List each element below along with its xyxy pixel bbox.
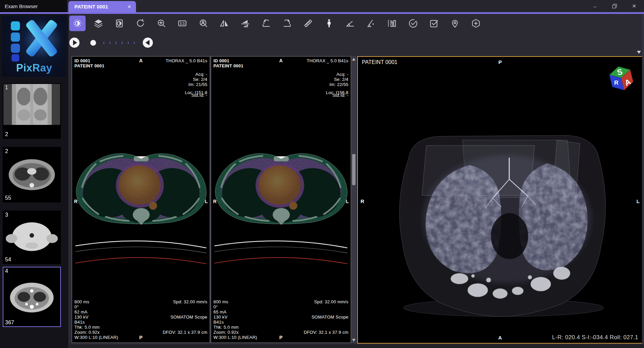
- vp2-kv: 130 kV: [213, 314, 257, 320]
- exam-browser-tab[interactable]: Exam Browser: [0, 0, 67, 12]
- vp1-orientation-bottom: P: [139, 335, 142, 340]
- tab-close-icon[interactable]: ✕: [127, 4, 131, 9]
- right-scroll-strip[interactable]: [642, 14, 644, 348]
- svg-text:1:1: 1:1: [180, 22, 185, 25]
- panel-collapse-icon[interactable]: [637, 51, 641, 54]
- thumbnail-index: 2: [5, 148, 8, 154]
- cine-playbar: [69, 34, 153, 51]
- series-thumbnail-3[interactable]: 354: [3, 211, 61, 264]
- cine-tick: [104, 42, 104, 44]
- v3-orientation-right: L: [637, 198, 640, 204]
- vp2-dfov: DFOV: 32.1 x 37.9 cm: [304, 330, 348, 335]
- series-thumbnail-2[interactable]: 255: [3, 147, 61, 202]
- tool-magnify-roi[interactable]: [195, 16, 211, 31]
- exam-browser-label: Exam Browser: [5, 3, 38, 9]
- pixray-app-window: Exam Browser PATEINT 0001 ✕ – ✕: [0, 0, 644, 348]
- scrollbar-thumb[interactable]: [352, 154, 355, 185]
- vp1-kv: 130 kV: [74, 314, 118, 320]
- v3-orientation-bottom: A: [498, 335, 502, 341]
- thumbnail-index: 1: [5, 85, 8, 91]
- vp1-series-desc: THORAX _ 5.0 B41s: [166, 58, 207, 63]
- viewport-3d[interactable]: PATEINT 0001 P S R A R L A L-R: 020.4 S-…: [357, 56, 643, 344]
- v3-orientation-left: R: [361, 198, 364, 204]
- logo-glow: [22, 19, 64, 60]
- vp1-window-level: W:300 L:10 (LINEAR): [74, 335, 118, 340]
- tool-select-check[interactable]: [426, 16, 442, 31]
- tool-flip-horizontal[interactable]: [216, 16, 232, 31]
- play-button[interactable]: [69, 38, 79, 48]
- patient-tab[interactable]: PATEINT 0001 ✕: [68, 1, 136, 12]
- vp2-series-desc: THORAX _ 5.0 B41s: [307, 58, 348, 63]
- tool-histogram-percent[interactable]: %: [384, 16, 400, 31]
- cine-speed-slider-handle[interactable]: [90, 40, 96, 46]
- tool-pan-zoom[interactable]: [153, 16, 169, 31]
- vp2-acquisition-params: 800 ms 0° 65 mA 130 kV B41s Thk: 5.0 mm …: [213, 299, 257, 340]
- thumbnail-index: 4: [5, 268, 8, 274]
- tool-invert[interactable]: [111, 16, 128, 31]
- tool-rotate-left[interactable]: [258, 16, 274, 31]
- minimize-button[interactable]: –: [585, 0, 605, 12]
- vp2-ms: 800 ms: [213, 299, 257, 304]
- vp1-gantry: 0°: [74, 304, 118, 309]
- vp2-gantry: 0°: [213, 304, 257, 309]
- toolbar: 1:1%: [69, 15, 484, 32]
- vp2-spd: Spd: 32.00 mm/s: [314, 299, 348, 304]
- vp1-series-info: THORAX _ 5.0 B41s Acq: - Se: 2/4 Im: 21/…: [166, 58, 207, 98]
- vp2-window-level: W:300 L:10 (LINEAR): [213, 335, 257, 340]
- tool-window-level[interactable]: [69, 16, 86, 31]
- tool-cube-3d[interactable]: [468, 16, 484, 31]
- tool-undo[interactable]: [132, 16, 148, 31]
- vp2-orientation-bottom: P: [279, 335, 282, 340]
- restore-icon: [612, 4, 617, 8]
- scroll-down-icon[interactable]: [352, 339, 355, 342]
- bottom-edge: [69, 345, 644, 348]
- vp2-ma: 65 mA: [213, 309, 257, 314]
- close-button[interactable]: ✕: [624, 0, 644, 12]
- vp2-series-info: THORAX _ 5.0 B41s Acq: - Se: 2/4 Im: 22/…: [307, 58, 348, 98]
- viewport-ct-1[interactable]: ID 0001 PATEINT 0001 A THORAX _ 5.0 B41s…: [72, 56, 210, 343]
- vp1-acquisition-params: 800 ms 0° 62 mA 130 kV B41s Thk: 5.0 mm …: [74, 299, 118, 340]
- tool-flip-vertical[interactable]: [237, 16, 253, 31]
- cine-tick: [110, 42, 110, 44]
- thumbnail-image-count: 54: [5, 257, 11, 263]
- vp1-patient-info: ID 0001 PATEINT 0001: [74, 58, 105, 68]
- scroll-up-icon[interactable]: [352, 58, 355, 61]
- accent-underline: [0, 12, 644, 14]
- series-thumbnail-1[interactable]: 12: [3, 83, 61, 139]
- vp1-thk: Thk: 5.0 mm: [74, 325, 118, 330]
- pixray-logo: PixRay: [2, 16, 66, 77]
- tool-rotate-right[interactable]: [279, 16, 295, 31]
- tool-layers[interactable]: [90, 16, 107, 31]
- vp2-kernel: B41s: [213, 320, 257, 325]
- vp1-id: ID 0001: [74, 58, 105, 63]
- tool-actual-size[interactable]: 1:1: [174, 16, 190, 31]
- vp2-zoom: Zoom: 0.92x: [213, 330, 257, 335]
- tool-cobb-angle[interactable]: [363, 16, 379, 31]
- orientation-cube[interactable]: S R A: [607, 64, 636, 93]
- vp2-im: Im: 22/55: [307, 82, 348, 87]
- series-scrollbar[interactable]: [351, 56, 356, 343]
- viewport-ct-2[interactable]: ID 0001 PATEINT 0001 A THORAX _ 5.0 B41s…: [211, 56, 351, 343]
- cine-speed-ticks: [104, 42, 135, 44]
- vp1-orientation-right: L: [205, 199, 208, 204]
- cine-tick: [122, 42, 122, 44]
- tool-body-marker[interactable]: [321, 16, 337, 31]
- vp1-se: Se: 2/4: [166, 77, 207, 82]
- vp2-orientation-top: A: [279, 58, 282, 63]
- series-thumbnail-4[interactable]: 4367: [3, 267, 61, 327]
- tool-angle[interactable]: [342, 16, 358, 31]
- patient-tab-label: PATEINT 0001: [74, 4, 127, 9]
- titlebar: Exam Browser PATEINT 0001 ✕ – ✕: [0, 0, 644, 12]
- tool-marker-pin[interactable]: [447, 16, 463, 31]
- vp1-spd: Spd: 32.00 mm/s: [173, 299, 207, 304]
- cine-tick: [128, 42, 129, 44]
- tool-ruler[interactable]: [300, 16, 316, 31]
- cube-face-right: R: [614, 79, 619, 86]
- restore-button[interactable]: [605, 0, 624, 12]
- reverse-button[interactable]: [143, 38, 153, 48]
- tool-accept-circle[interactable]: [405, 16, 421, 31]
- volume-render-image: [358, 57, 642, 343]
- vp2-scanner: SOMATOM Scope: [312, 314, 348, 320]
- window-controls: – ✕: [585, 0, 644, 12]
- vp1-im: Im: 21/55: [166, 82, 207, 87]
